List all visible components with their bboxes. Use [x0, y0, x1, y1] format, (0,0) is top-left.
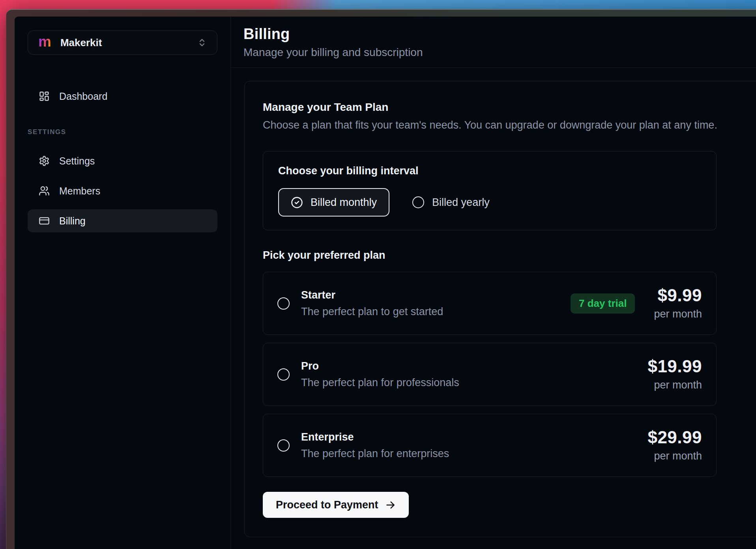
billed-yearly-label: Billed yearly — [432, 196, 490, 209]
radio-circle-icon[interactable] — [277, 439, 290, 452]
plan-pricing: 7 day trial $9.99 per month — [571, 287, 702, 320]
radio-circle-icon[interactable] — [277, 297, 290, 310]
plan-description: The perfect plan to get started — [301, 306, 443, 318]
sidebar: m Makerkit Dashboard SETTINGS Settings — [15, 17, 231, 549]
plan-period: per month — [647, 450, 702, 462]
billing-interval-box: Choose your billing interval Billed mont… — [263, 151, 717, 230]
sidebar-item-settings[interactable]: Settings — [28, 149, 217, 172]
plan-period: per month — [654, 308, 702, 320]
plan-pricing: $19.99 per month — [647, 358, 702, 391]
chevrons-up-down-icon — [197, 38, 207, 47]
pick-plan-label: Pick your preferred plan — [263, 249, 756, 261]
sidebar-section-label: SETTINGS — [28, 128, 217, 136]
plan-name: Starter — [301, 289, 443, 301]
plan-name: Pro — [301, 360, 459, 372]
main-area: Billing Manage your billing and subscrip… — [231, 17, 756, 549]
sidebar-item-members[interactable]: Members — [28, 179, 217, 202]
plan-pricing: $29.99 per month — [647, 429, 702, 462]
team-selector[interactable]: m Makerkit — [28, 30, 217, 55]
team-name: Makerkit — [60, 37, 102, 49]
trial-badge: 7 day trial — [571, 293, 635, 314]
plan-row-enterprise[interactable]: Enterprise The perfect plan for enterpri… — [263, 414, 717, 477]
sidebar-item-billing[interactable]: Billing — [28, 209, 217, 232]
billing-interval-options: Billed monthly Billed yearly — [278, 188, 701, 217]
radio-circle-icon — [412, 196, 424, 208]
plan-description: The perfect plan for professionals — [301, 377, 459, 389]
proceed-button-label: Proceed to Payment — [276, 499, 378, 511]
sidebar-item-dashboard[interactable]: Dashboard — [28, 85, 217, 108]
sidebar-item-label: Settings — [59, 155, 95, 167]
sidebar-item-label: Members — [59, 185, 100, 197]
check-circle-icon — [291, 196, 303, 209]
team-plan-card: Manage your Team Plan Choose a plan that… — [244, 81, 756, 537]
plan-info: Starter The perfect plan to get started — [301, 289, 443, 318]
page-subtitle: Manage your billing and subscription — [243, 46, 756, 59]
proceed-to-payment-button[interactable]: Proceed to Payment — [263, 492, 409, 518]
price-block: $19.99 per month — [647, 358, 702, 391]
card-description: Choose a plan that fits your team's need… — [263, 119, 756, 131]
plan-row-pro[interactable]: Pro The perfect plan for professionals $… — [263, 343, 717, 406]
plan-price: $9.99 — [654, 287, 702, 304]
billing-interval-label: Choose your billing interval — [278, 165, 701, 177]
plan-name: Enterprise — [301, 431, 449, 443]
plan-description: The perfect plan for enterprises — [301, 448, 449, 460]
makerkit-logo-icon: m — [38, 34, 51, 49]
plan-price: $19.99 — [647, 358, 702, 375]
plan-info: Pro The perfect plan for professionals — [301, 360, 459, 389]
plan-info: Enterprise The perfect plan for enterpri… — [301, 431, 449, 460]
dashboard-icon — [39, 91, 50, 102]
arrow-right-icon — [385, 500, 396, 510]
page-title: Billing — [243, 26, 756, 43]
credit-card-icon — [39, 215, 50, 226]
plan-price: $29.99 — [647, 429, 702, 446]
billed-yearly-option[interactable]: Billed yearly — [412, 196, 490, 209]
plan-row-starter[interactable]: Starter The perfect plan to get started … — [263, 272, 717, 335]
page-header: Billing Manage your billing and subscrip… — [231, 17, 756, 68]
price-block: $29.99 per month — [647, 429, 702, 462]
app-content: m Makerkit Dashboard SETTINGS Settings — [15, 17, 756, 549]
sidebar-item-label: Dashboard — [59, 91, 107, 102]
radio-circle-icon[interactable] — [277, 368, 290, 381]
billed-monthly-label: Billed monthly — [311, 196, 377, 209]
price-block: $9.99 per month — [654, 287, 702, 320]
plan-period: per month — [647, 379, 702, 391]
sidebar-item-label: Billing — [59, 215, 86, 227]
card-title: Manage your Team Plan — [263, 101, 756, 114]
users-icon — [39, 185, 50, 196]
app-window: m Makerkit Dashboard SETTINGS Settings — [6, 9, 756, 549]
gear-icon — [39, 155, 50, 166]
billed-monthly-option[interactable]: Billed monthly — [278, 188, 389, 217]
